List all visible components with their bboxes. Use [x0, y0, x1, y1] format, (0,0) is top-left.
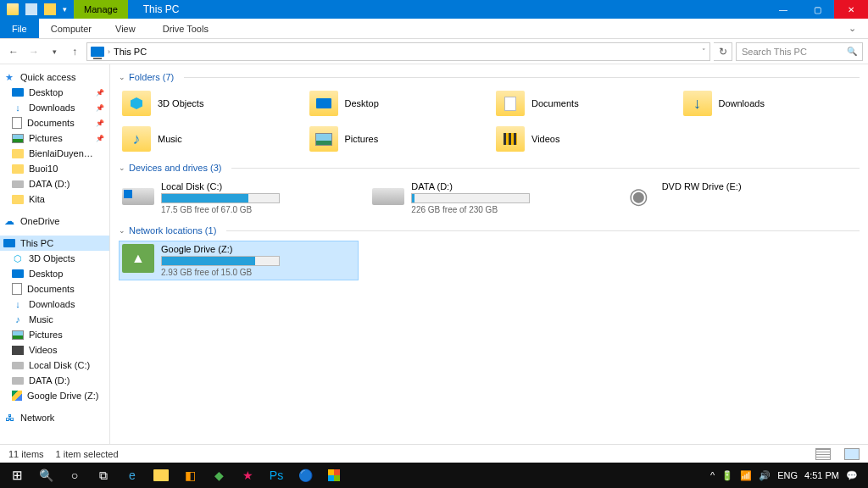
language-indicator[interactable]: ENG: [777, 470, 798, 480]
folders-section-header[interactable]: ⌄Folders (7): [119, 69, 860, 87]
drive-local-c[interactable]: Local Disk (C:) 17.5 GB free of 67.0 GB: [119, 178, 359, 218]
address-field[interactable]: › This PC ˅: [86, 42, 710, 61]
sidebar-item-drive[interactable]: DATA (D:): [0, 176, 109, 191]
sidebar-item-3d-objects[interactable]: ⬡3D Objects: [0, 251, 109, 266]
sidebar-item-folder[interactable]: Buoi10: [0, 161, 109, 176]
status-bar: 11 items 1 item selected: [0, 444, 868, 463]
sidebar-item-local-disk-c[interactable]: Local Disk (C:): [0, 358, 109, 373]
sidebar-item-downloads[interactable]: ↓Downloads: [0, 297, 109, 312]
new-folder-icon[interactable]: [44, 3, 56, 15]
properties-icon[interactable]: [25, 3, 37, 15]
app-button[interactable]: [320, 463, 348, 488]
recent-chevron-icon[interactable]: ▾: [46, 43, 63, 60]
file-tab[interactable]: File: [0, 19, 39, 38]
chrome-button[interactable]: 🔵: [292, 463, 319, 488]
sidebar-item-folder[interactable]: Kita: [0, 191, 109, 207]
cube-icon: ⬡: [12, 252, 24, 264]
drive-freespace: 17.5 GB free of 67.0 GB: [161, 205, 355, 214]
drive-label: Google Drive (Z:): [161, 244, 355, 254]
tiles-view-button[interactable]: [844, 448, 860, 460]
sidebar-item-desktop[interactable]: Desktop: [0, 266, 109, 281]
pin-icon: 📌: [96, 119, 104, 127]
drive-google-z[interactable]: Google Drive (Z:) 2.93 GB free of 15.0 G…: [119, 241, 359, 280]
drive-icon: [12, 362, 24, 369]
tray-chevron-icon[interactable]: ^: [710, 470, 715, 480]
onedrive-header[interactable]: ☁OneDrive: [0, 214, 109, 229]
details-view-button[interactable]: [815, 448, 831, 460]
close-button[interactable]: ✕: [834, 0, 868, 19]
system-tray: ^ 🔋 📶 🔊 ENG 4:51 PM 💬: [710, 470, 865, 481]
document-icon: [12, 117, 22, 129]
battery-icon[interactable]: 🔋: [721, 470, 733, 481]
sidebar-item-data-d[interactable]: DATA (D:): [0, 373, 109, 388]
drive-dvd-e[interactable]: DVD RW Drive (E:): [620, 178, 860, 218]
qat-chevron-icon[interactable]: ▾: [63, 5, 67, 14]
sidebar-item-music[interactable]: ♪Music: [0, 312, 109, 327]
sidebar-item-desktop[interactable]: Desktop📌: [0, 85, 109, 100]
sidebar-item-downloads[interactable]: ↓Downloads📌: [0, 100, 109, 115]
address-dropdown-icon[interactable]: ˅: [702, 47, 706, 56]
sidebar-item-pictures[interactable]: Pictures: [0, 327, 109, 342]
app-button[interactable]: Ps: [263, 463, 290, 488]
address-bar: ← → ▾ ↑ › This PC ˅ ↻ Search This PC 🔍: [0, 39, 868, 64]
folder-music[interactable]: Music: [119, 123, 299, 155]
explorer-button[interactable]: [147, 463, 175, 488]
volume-icon[interactable]: 🔊: [759, 470, 771, 481]
this-pc-header[interactable]: This PC: [0, 236, 109, 251]
download-icon: ↓: [12, 298, 24, 310]
refresh-button[interactable]: ↻: [714, 42, 732, 61]
quick-access-header[interactable]: ★Quick access: [0, 69, 109, 85]
sidebar-item-videos[interactable]: Videos: [0, 342, 109, 358]
clock[interactable]: 4:51 PM: [804, 470, 839, 480]
sidebar-item-pictures[interactable]: Pictures📌: [0, 130, 109, 146]
sidebar-item-documents[interactable]: Documents📌: [0, 115, 109, 130]
network-section-header[interactable]: ⌄Network locations (1): [119, 223, 860, 241]
drive-tools-tab[interactable]: Drive Tools: [151, 19, 220, 38]
search-input[interactable]: Search This PC 🔍: [736, 42, 863, 61]
folder-3d-objects[interactable]: 3D Objects: [119, 87, 299, 119]
folder-downloads[interactable]: Downloads: [680, 87, 860, 119]
network-icon: 🖧: [3, 412, 15, 424]
task-view-button[interactable]: ⧉: [90, 463, 117, 488]
content-pane: ⌄Folders (7) 3D Objects Desktop Document…: [110, 64, 868, 444]
app-button[interactable]: ◆: [205, 463, 232, 488]
notifications-icon[interactable]: 💬: [846, 470, 858, 481]
forward-button[interactable]: →: [25, 43, 42, 60]
drives-section-header[interactable]: ⌄Devices and drives (3): [119, 160, 860, 178]
folder-icon: [309, 126, 338, 152]
hdd-icon: [372, 188, 404, 205]
back-button[interactable]: ←: [5, 43, 22, 60]
folder-videos[interactable]: Videos: [492, 123, 673, 155]
quick-access-toolbar: ▾: [0, 3, 74, 15]
computer-tab[interactable]: Computer: [39, 19, 103, 38]
cortana-button[interactable]: ○: [61, 463, 88, 488]
drive-icon: [12, 377, 24, 385]
download-icon: ↓: [12, 102, 24, 114]
sidebar-item-google-drive[interactable]: Google Drive (Z:): [0, 388, 109, 403]
manage-contextual-tab[interactable]: Manage: [74, 0, 128, 19]
network-header[interactable]: 🖧Network: [0, 410, 109, 425]
ribbon-expand-icon[interactable]: ⌄: [837, 19, 868, 38]
view-tab[interactable]: View: [103, 19, 147, 38]
maximize-button[interactable]: ▢: [800, 0, 834, 19]
folder-documents[interactable]: Documents: [492, 87, 673, 119]
breadcrumb[interactable]: This PC: [114, 47, 147, 57]
sidebar-item-documents[interactable]: Documents: [0, 281, 109, 297]
minimize-button[interactable]: —: [766, 0, 800, 19]
sidebar-item-folder[interactable]: BienlaiDuyenDatHa: [0, 146, 109, 161]
folder-icon: [122, 91, 151, 116]
ribbon-tabs: File Computer View Drive Tools ⌄: [0, 19, 868, 39]
search-button[interactable]: 🔍: [32, 463, 59, 488]
folder-pictures[interactable]: Pictures: [306, 123, 487, 155]
drive-data-d[interactable]: DATA (D:) 226 GB free of 230 GB: [369, 178, 609, 218]
collapse-icon: ⌄: [119, 73, 125, 81]
wifi-icon[interactable]: 📶: [740, 470, 752, 481]
app-button[interactable]: ◧: [176, 463, 203, 488]
collapse-icon: ⌄: [119, 164, 125, 172]
start-button[interactable]: ⊞: [3, 463, 31, 488]
edge-button[interactable]: e: [119, 463, 146, 488]
folder-desktop[interactable]: Desktop: [306, 87, 487, 119]
drive-label: DATA (D:): [411, 181, 605, 191]
up-button[interactable]: ↑: [66, 43, 83, 60]
app-button[interactable]: ★: [234, 463, 261, 488]
